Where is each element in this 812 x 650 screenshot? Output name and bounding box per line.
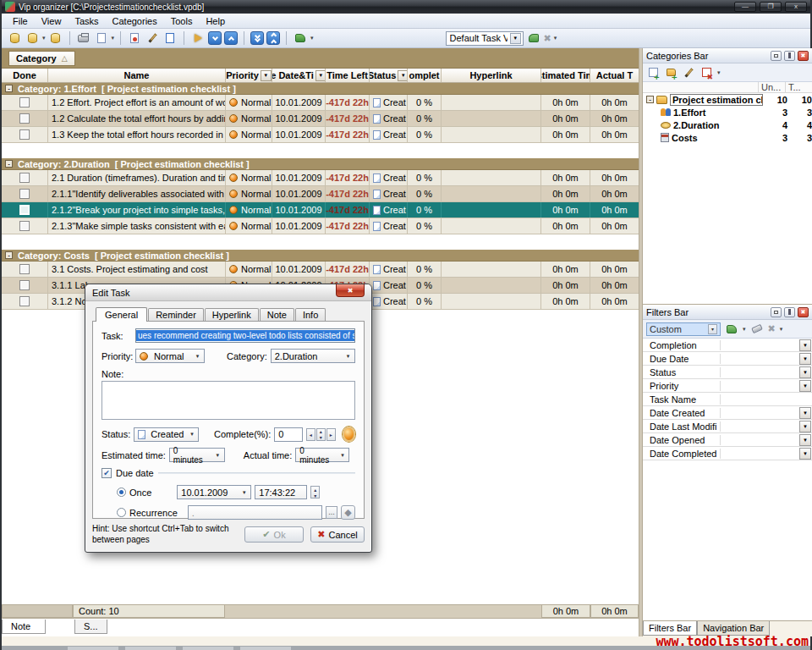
filter-dropdown-icon[interactable]: ▾ <box>799 380 811 392</box>
filter-preset-dropdown-icon[interactable]: ▾ <box>708 324 717 334</box>
move-down-icon[interactable] <box>208 31 222 45</box>
menu-tools[interactable]: Tools <box>165 14 199 28</box>
recurrence-diamond-icon[interactable]: ◆ <box>341 505 355 520</box>
filter-row[interactable]: Date Completed▾ <box>643 447 812 460</box>
filter-row[interactable]: Due Date▾ <box>643 352 812 366</box>
filter-dropdown-icon[interactable]: ▾ <box>799 366 811 378</box>
task-checkbox[interactable] <box>19 205 30 215</box>
filter-row[interactable]: Status▾ <box>643 366 812 379</box>
col-name[interactable]: Name <box>48 69 226 82</box>
group-header[interactable]: - Category: 2.Duration [ Project estimat… <box>2 158 639 170</box>
table-row[interactable]: 2.1.3"Make simple tasks consistent with … <box>2 218 639 234</box>
categories-restore-icon[interactable] <box>771 51 782 61</box>
actual-combo[interactable]: 0 minutes▾ <box>295 448 349 462</box>
task-checkbox[interactable] <box>19 264 30 274</box>
move-top-icon[interactable] <box>266 31 280 45</box>
menu-file[interactable]: File <box>7 14 34 28</box>
task-checkbox[interactable] <box>19 97 30 107</box>
tree-item[interactable]: 1.Effort 3 3 <box>643 106 812 118</box>
collapse-icon[interactable]: - <box>5 251 13 259</box>
tree-item[interactable]: Costs 3 3 <box>643 131 812 144</box>
collapse-icon[interactable]: - <box>5 85 13 92</box>
filter-dropdown-icon[interactable]: ▾ <box>799 434 811 446</box>
move-bottom-icon[interactable] <box>250 31 264 45</box>
filter-dropdown-icon[interactable]: ▾ <box>799 339 811 351</box>
once-time-input[interactable]: 17:43:22 <box>255 485 307 499</box>
apply-view-icon[interactable] <box>526 30 541 46</box>
clear-view-icon[interactable]: ✖ <box>544 33 551 44</box>
tab-general[interactable]: General <box>96 307 147 322</box>
new-task-list-icon[interactable]: + <box>646 66 660 80</box>
filter-dropdown-icon[interactable]: ▾ <box>799 353 811 365</box>
group-header[interactable]: - Category: 1.Effort [ Project estimatio… <box>2 83 639 95</box>
task-checkbox[interactable] <box>19 221 30 231</box>
delete-category-icon[interactable]: ✖ <box>700 66 713 80</box>
tab-note[interactable]: Note <box>260 308 294 321</box>
filters-close-icon[interactable]: ✖ <box>798 307 809 317</box>
group-by-field[interactable]: Category △ <box>8 51 75 66</box>
col-done[interactable]: Done <box>2 69 48 82</box>
tab-info[interactable]: Info <box>295 308 326 321</box>
recurrence-input[interactable]: . <box>188 505 322 520</box>
status-combo[interactable]: Created▾ <box>134 427 199 442</box>
filters-pin-icon[interactable] <box>784 307 795 317</box>
edit-category-icon[interactable] <box>682 66 695 80</box>
tab-hyperlink[interactable]: Hyperlink <box>205 308 259 321</box>
apply-filter-icon[interactable] <box>725 322 738 336</box>
open-database-icon[interactable] <box>25 30 40 46</box>
view-mode-dropdown-icon[interactable]: ▾ <box>310 35 314 41</box>
task-checkbox[interactable] <box>19 296 30 306</box>
filter-row[interactable]: Priority▾ <box>643 379 812 393</box>
cancel-button[interactable]: ✖Cancel <box>310 526 365 543</box>
edit-task-icon[interactable] <box>145 30 160 46</box>
table-row[interactable]: 1.3 Keep the total effort hours recorded… <box>2 127 639 143</box>
categories-close-icon[interactable]: ✖ <box>798 51 809 61</box>
tree-collapse-icon[interactable]: - <box>646 96 654 103</box>
dialog-title-bar[interactable]: Edit Task <box>85 284 371 301</box>
filter-row[interactable]: Date Opened▾ <box>643 433 812 447</box>
new-task-icon[interactable] <box>127 30 142 46</box>
col-complete[interactable]: omplet <box>408 69 442 82</box>
priority-combo[interactable]: Normal▾ <box>135 349 205 363</box>
col-estimated[interactable]: stimated Tim <box>541 69 590 82</box>
filter-row[interactable]: Completion▾ <box>643 339 812 352</box>
group-header[interactable]: - Category: Costs [ Project estimation c… <box>2 250 639 262</box>
recurrence-radio[interactable] <box>117 508 126 517</box>
table-row[interactable]: 1.2 Effort. Project effort is an amount … <box>2 95 639 111</box>
toolbar-overflow-icon[interactable]: ▾ <box>554 35 557 41</box>
delete-task-icon[interactable] <box>162 30 178 46</box>
complete-toggle-icon[interactable] <box>343 427 355 442</box>
print-dropdown-icon[interactable]: ▾ <box>112 35 115 41</box>
col-time-left[interactable]: Time Left <box>326 69 370 82</box>
task-checkbox[interactable] <box>19 280 30 290</box>
col-due-date[interactable]: e Date&Ti▾ <box>272 69 326 82</box>
col-status[interactable]: Status▾ <box>370 69 408 82</box>
open-database-dropdown-icon[interactable]: ▾ <box>42 35 46 41</box>
tab-s[interactable]: S... <box>74 620 107 634</box>
once-radio[interactable] <box>117 488 126 497</box>
col-priority[interactable]: Priority▾ <box>226 69 272 82</box>
filter-row[interactable]: Task Name <box>643 393 812 406</box>
task-checkbox[interactable] <box>19 189 30 199</box>
complete-right-icon[interactable]: ▸ <box>326 428 336 441</box>
filter-row[interactable]: Date Created▾ <box>643 406 812 420</box>
filter-dropdown-icon[interactable]: ▾ <box>799 407 811 419</box>
dialog-close-button[interactable]: ✖ <box>336 284 365 297</box>
filter-preset-combo[interactable]: Custom ▾ <box>646 322 721 336</box>
complete-task-icon[interactable] <box>190 30 206 46</box>
col-hyperlink[interactable]: Hyperlink <box>442 69 541 82</box>
restore-button[interactable]: ❐ <box>760 2 782 12</box>
new-database-icon[interactable] <box>7 30 22 46</box>
recurrence-browse-icon[interactable]: ... <box>326 506 337 519</box>
save-database-icon[interactable] <box>48 30 63 46</box>
print-icon[interactable] <box>76 30 91 46</box>
categories-overflow-icon[interactable]: ▾ <box>717 69 721 76</box>
complete-left-icon[interactable]: ◂ <box>306 428 315 441</box>
view-mode-icon[interactable] <box>293 30 308 46</box>
table-row[interactable]: 2.1.1"Identify deliverables associated w… <box>2 186 639 202</box>
col-uncompleted[interactable]: Un... <box>758 82 785 92</box>
priority-filter-icon[interactable]: ▾ <box>261 70 272 81</box>
task-view-combo[interactable]: Default Task V ▾ <box>446 31 524 46</box>
filter-row[interactable]: Date Last Modifi▾ <box>643 420 812 433</box>
complete-updown-icon[interactable]: ▴▾ <box>316 428 326 441</box>
